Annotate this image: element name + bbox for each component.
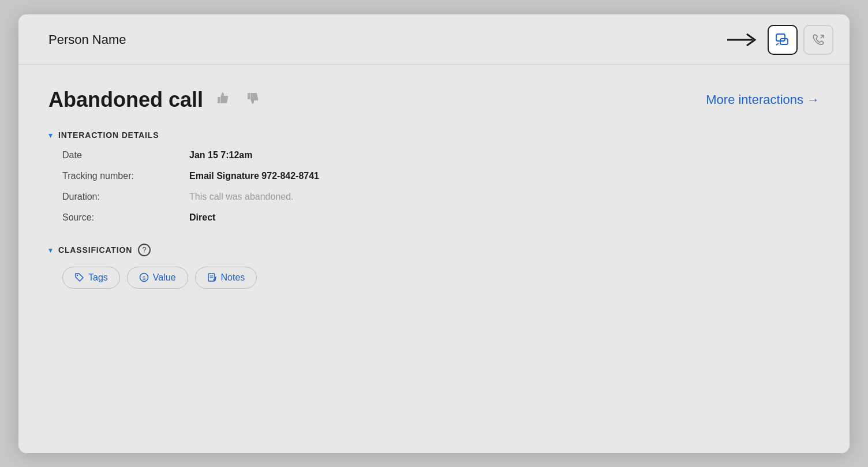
notes-icon [207, 272, 217, 282]
detail-label-0: Date [62, 150, 189, 160]
thumbs-down-button[interactable] [242, 88, 263, 112]
svg-rect-7 [248, 93, 250, 99]
more-interactions-label: More interactions [706, 92, 803, 107]
svg-text:$: $ [143, 275, 145, 281]
interaction-details-section: ▾ INTERACTION DETAILS Date Jan 15 7:12am… [48, 130, 820, 223]
value-button[interactable]: $ Value [127, 267, 188, 289]
svg-point-8 [77, 275, 78, 276]
classification-title: CLASSIFICATION [58, 245, 132, 255]
detail-value-3: Direct [189, 212, 820, 223]
more-interactions-link[interactable]: More interactions → [706, 92, 820, 107]
chevron-down-icon[interactable]: ▾ [48, 130, 53, 140]
detail-label-1: Tracking number: [62, 171, 189, 181]
svg-rect-6 [218, 97, 220, 103]
tag-icon [74, 272, 84, 282]
title-left: Abandoned call [48, 88, 263, 112]
svg-rect-2 [780, 39, 788, 44]
chat-button[interactable] [768, 25, 798, 55]
thumbs-up-button[interactable] [212, 88, 233, 112]
detail-value-0: Jan 15 7:12am [189, 150, 820, 160]
phone-out-button[interactable] [803, 25, 833, 55]
detail-label-3: Source: [62, 212, 189, 223]
tags-button[interactable]: Tags [62, 267, 120, 289]
classification-section: ▾ CLASSIFICATION ? Tags $ [48, 244, 820, 289]
arrow-indicator [727, 32, 758, 48]
notes-button[interactable]: Notes [195, 267, 257, 289]
header-actions [727, 25, 833, 55]
main-content: Abandoned call More interact [18, 65, 850, 332]
detail-table: Date Jan 15 7:12am Tracking number: Emai… [62, 150, 820, 223]
more-interactions-arrow: → [807, 92, 820, 107]
detail-label-2: Duration: [62, 192, 189, 202]
dollar-icon: $ [139, 272, 149, 282]
classification-header: ▾ CLASSIFICATION ? [48, 244, 820, 256]
chevron-down-icon-2[interactable]: ▾ [48, 245, 53, 255]
title-row: Abandoned call More interact [48, 88, 820, 112]
help-icon[interactable]: ? [138, 244, 151, 256]
call-title: Abandoned call [48, 88, 203, 112]
interaction-details-header: ▾ INTERACTION DETAILS [48, 130, 820, 140]
header: Person Name [18, 14, 850, 65]
interaction-details-title: INTERACTION DETAILS [58, 130, 159, 140]
main-window: Person Name [18, 14, 850, 453]
classification-buttons: Tags $ Value [62, 267, 820, 289]
detail-value-2: This call was abandoned. [189, 192, 820, 202]
page-title: Person Name [48, 32, 126, 47]
detail-value-1: Email Signature 972-842-8741 [189, 171, 820, 181]
